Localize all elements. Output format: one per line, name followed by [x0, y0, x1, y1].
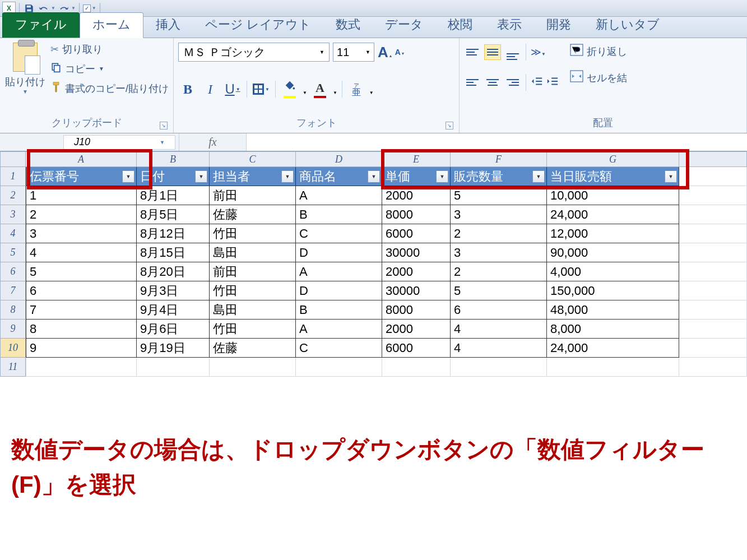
cell[interactable]: 150,000	[547, 281, 679, 300]
cell[interactable]: 8000	[382, 205, 451, 224]
cell[interactable]: 4	[26, 243, 137, 262]
col-header-c[interactable]: C	[210, 151, 296, 167]
cell[interactable]: 4	[451, 320, 547, 339]
bold-button[interactable]: B	[178, 80, 197, 99]
cell[interactable]: 島田	[210, 300, 296, 320]
cell[interactable]: A	[296, 262, 382, 281]
col-header-a[interactable]: A	[26, 151, 137, 167]
cell[interactable]	[210, 358, 296, 377]
cell[interactable]	[679, 320, 747, 339]
filter-dropdown-icon[interactable]: ▼	[281, 170, 294, 183]
cell[interactable]	[679, 205, 747, 224]
cell[interactable]: 8	[26, 320, 137, 339]
cell[interactable]: 2	[26, 205, 137, 224]
align-right-button[interactable]	[504, 75, 521, 90]
cell[interactable]: 竹田	[210, 224, 296, 243]
cell[interactable]	[679, 243, 747, 262]
undo-dropdown-icon[interactable]: ▼	[51, 6, 55, 11]
cell[interactable]: 9月19日	[137, 339, 210, 358]
wrap-text-button[interactable]: 折り返し	[570, 44, 627, 59]
cell[interactable]: D	[296, 243, 382, 262]
dialog-launcher-icon[interactable]: ↘	[160, 122, 168, 129]
cell[interactable]	[137, 358, 210, 377]
cell[interactable]	[679, 186, 747, 205]
row-header-1[interactable]: 1	[0, 167, 26, 186]
cell[interactable]: A	[296, 186, 382, 205]
cell[interactable]: 3	[451, 243, 547, 262]
cell[interactable]: 3	[451, 205, 547, 224]
cell[interactable]: 9月4日	[137, 300, 210, 320]
paste-button[interactable]: 貼り付け ▼	[4, 40, 46, 95]
name-box[interactable]: J10 ▼	[63, 135, 175, 150]
cell[interactable]: 6	[26, 281, 137, 300]
cell[interactable]: 9	[26, 339, 137, 358]
tab-file[interactable]: ファイル	[2, 12, 80, 38]
cell[interactable]	[26, 358, 137, 377]
cell[interactable]: 2000	[382, 186, 451, 205]
align-bottom-button[interactable]	[504, 44, 521, 60]
font-size-select[interactable]: 11 ▼	[333, 43, 374, 62]
dropdown-icon[interactable]: ▼	[333, 90, 337, 95]
col-header-h[interactable]	[679, 151, 747, 167]
filter-dropdown-icon[interactable]: ▼	[368, 170, 380, 183]
dropdown-icon[interactable]: ▼	[303, 90, 307, 95]
cell[interactable]	[679, 300, 747, 320]
cell[interactable]: 30000	[382, 281, 451, 300]
cell[interactable]	[679, 262, 747, 281]
redo-dropdown-icon[interactable]: ▼	[71, 6, 76, 11]
tab-page-layout[interactable]: ページ レイアウト	[193, 13, 323, 38]
cell[interactable]: 島田	[210, 243, 296, 262]
decrease-indent-button[interactable]	[531, 76, 543, 89]
cell[interactable]: 48,000	[547, 300, 679, 320]
cell[interactable]	[382, 358, 451, 377]
cell[interactable]	[679, 281, 747, 300]
cell[interactable]: 8,000	[547, 320, 679, 339]
cell[interactable]: 5	[451, 186, 547, 205]
col-header-f[interactable]: F	[451, 151, 547, 167]
filter-dropdown-icon[interactable]: ▼	[436, 170, 448, 183]
cell[interactable]: 2	[451, 262, 547, 281]
undo-icon[interactable]	[38, 2, 50, 15]
row-header-5[interactable]: 5	[0, 243, 26, 262]
qat-customize-dropdown-icon[interactable]: ▼	[92, 6, 96, 11]
cell[interactable]	[679, 167, 747, 186]
border-button[interactable]: ▼	[252, 80, 271, 99]
tab-home[interactable]: ホーム	[80, 12, 143, 38]
cell[interactable]: B	[296, 205, 382, 224]
cell[interactable]: 2000	[382, 262, 451, 281]
font-name-select[interactable]: ＭＳ Ｐゴシック ▼	[178, 43, 330, 62]
cell[interactable]: 前田	[210, 186, 296, 205]
cell[interactable]: C	[296, 339, 382, 358]
cut-button[interactable]: ✂ 切り取り	[50, 43, 169, 56]
cell[interactable]: C	[296, 224, 382, 243]
cell[interactable]: 8000	[382, 300, 451, 320]
dialog-launcher-icon[interactable]: ↘	[446, 122, 453, 129]
row-header-3[interactable]: 3	[0, 205, 26, 224]
cell[interactable]	[547, 358, 679, 377]
cell[interactable]: A	[296, 320, 382, 339]
increase-indent-button[interactable]	[546, 76, 559, 89]
tab-data[interactable]: データ	[373, 13, 435, 38]
shrink-font-button[interactable]: A▾	[395, 48, 404, 57]
cell[interactable]: 8月15日	[137, 243, 210, 262]
row-header-10[interactable]: 10	[0, 339, 26, 358]
orientation-button[interactable]: ≫▼	[531, 46, 546, 58]
fill-color-button[interactable]	[280, 80, 299, 99]
format-painter-button[interactable]: 書式のコピー/貼り付け	[50, 81, 169, 95]
row-header-4[interactable]: 4	[0, 224, 26, 243]
filter-dropdown-icon[interactable]: ▼	[195, 170, 207, 183]
cell[interactable]: 5	[26, 262, 137, 281]
align-center-button[interactable]	[484, 75, 501, 90]
align-left-button[interactable]	[464, 75, 481, 90]
col-header-g[interactable]: G	[547, 151, 679, 167]
cell[interactable]: 24,000	[547, 205, 679, 224]
cell[interactable]: 12,000	[547, 224, 679, 243]
cell[interactable]	[451, 358, 547, 377]
align-top-button[interactable]	[464, 44, 481, 60]
copy-button[interactable]: コピー ▼	[50, 62, 169, 76]
cell[interactable]: B	[296, 300, 382, 320]
cell[interactable]: 4	[451, 339, 547, 358]
col-header-b[interactable]: B	[137, 151, 210, 167]
cell[interactable]: 8月1日	[137, 186, 210, 205]
cell[interactable]: 30000	[382, 243, 451, 262]
